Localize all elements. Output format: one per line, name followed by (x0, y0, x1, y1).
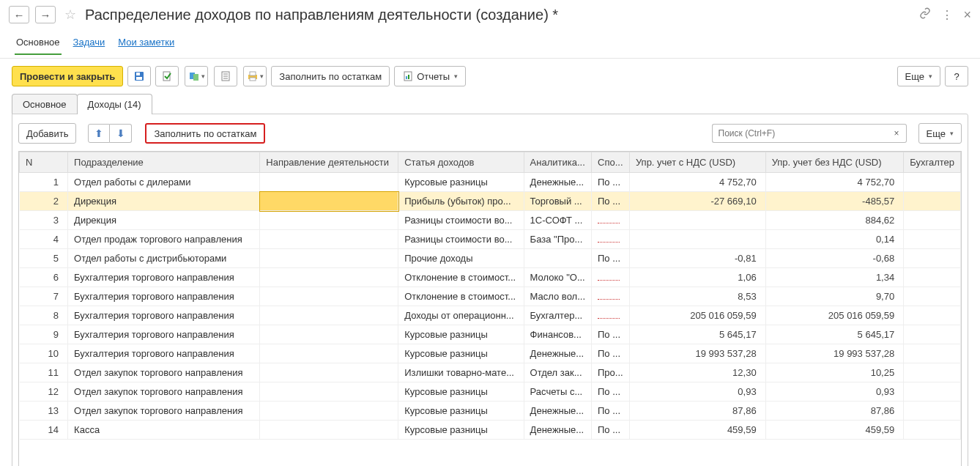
cell-stat[interactable]: Курсовые разницы (398, 325, 524, 344)
star-icon[interactable]: ☆ (62, 7, 79, 23)
cell-dept[interactable]: Отдел работы с дилерами (68, 173, 260, 192)
cell-anal[interactable]: Денежные... (524, 344, 591, 363)
tab-notes[interactable]: Мои заметки (116, 34, 176, 55)
cell-last[interactable] (904, 402, 961, 421)
cell-n[interactable]: 13 (20, 402, 68, 421)
cell-anal[interactable]: Денежные... (524, 421, 591, 440)
cell-amt2[interactable]: -485,57 (765, 192, 904, 211)
more-button[interactable]: Еще ▾ (897, 66, 940, 86)
cell-spo[interactable]: По ... (592, 325, 630, 344)
cell-dept[interactable]: Отдел закупок торгового направления (68, 402, 260, 421)
link-icon[interactable] (919, 7, 931, 22)
cell-dir[interactable] (260, 268, 398, 287)
cell-dir[interactable] (260, 192, 398, 211)
table-row[interactable]: 7Бухгалтерия торгового направленияОтклон… (20, 287, 961, 306)
cell-stat[interactable]: Курсовые разницы (398, 173, 524, 192)
cell-last[interactable] (904, 287, 961, 306)
cell-last[interactable] (904, 421, 961, 440)
move-up-button[interactable]: ⬆ (88, 124, 110, 143)
cell-stat[interactable]: Отклонение в стоимост... (398, 287, 524, 306)
cell-amt1[interactable]: -27 669,10 (629, 192, 765, 211)
cell-dept[interactable]: Дирекция (68, 211, 260, 230)
cell-amt2[interactable]: 5 645,17 (765, 325, 904, 344)
cell-stat[interactable]: Курсовые разницы (398, 344, 524, 363)
cell-amt1[interactable]: 459,59 (629, 421, 765, 440)
cell-dept[interactable]: Касса (68, 421, 260, 440)
cell-amt1[interactable]: 5 645,17 (629, 325, 765, 344)
cell-last[interactable] (904, 230, 961, 249)
cell-n[interactable]: 6 (20, 268, 68, 287)
cell-dept[interactable]: Бухгалтерия торгового направления (68, 344, 260, 363)
col-dir[interactable]: Направление деятельности (260, 152, 398, 173)
cell-n[interactable]: 8 (20, 306, 68, 325)
cell-stat[interactable]: Курсовые разницы (398, 382, 524, 402)
cell-dir[interactable] (260, 306, 398, 325)
cell-n[interactable]: 14 (20, 421, 68, 440)
cell-amt2[interactable]: 87,86 (765, 402, 904, 421)
cell-spo[interactable]: По ... (592, 382, 630, 402)
link-select-button[interactable]: ▾ (185, 66, 208, 86)
cell-dept[interactable]: Бухгалтерия торгового направления (68, 325, 260, 344)
cell-anal[interactable]: 1С-СОФТ ... (524, 211, 591, 230)
cell-dir[interactable] (260, 421, 398, 440)
cell-n[interactable]: 12 (20, 382, 68, 402)
cell-amt2[interactable]: 0,93 (765, 382, 904, 402)
cell-dir[interactable] (260, 173, 398, 192)
cell-last[interactable] (904, 382, 961, 402)
table-row[interactable]: 6Бухгалтерия торгового направленияОтклон… (20, 268, 961, 287)
grid-fill-by-balance-button[interactable]: Заполнить по остаткам (145, 123, 265, 144)
table-row[interactable]: 11Отдел закупок торгового направленияИзл… (20, 363, 961, 382)
print-button[interactable]: ▾ (243, 66, 267, 86)
cell-n[interactable]: 10 (20, 344, 68, 363)
cell-dept[interactable]: Отдел продаж торгового направления (68, 230, 260, 249)
cell-amt2[interactable]: -0,68 (765, 249, 904, 268)
list-button[interactable] (214, 66, 237, 86)
reports-button[interactable]: Отчеты ▾ (394, 66, 466, 86)
fill-by-balance-button[interactable]: Заполнить по остаткам (271, 66, 390, 86)
col-last[interactable]: Бухгалтер (904, 152, 961, 173)
cell-amt2[interactable]: 10,25 (765, 363, 904, 382)
grid-more-button[interactable]: Еще ▾ (918, 123, 962, 144)
cell-last[interactable] (904, 325, 961, 344)
income-grid[interactable]: N Подразделение Направление деятельности… (19, 152, 961, 440)
cell-stat[interactable]: Разницы стоимости во... (398, 211, 524, 230)
cell-amt2[interactable]: 0,14 (765, 230, 904, 249)
cell-n[interactable]: 3 (20, 211, 68, 230)
cell-spo[interactable]: По ... (592, 344, 630, 363)
cell-amt1[interactable]: -0,81 (629, 249, 765, 268)
cell-spo[interactable]: По ... (592, 249, 630, 268)
cell-amt1[interactable]: 4 752,70 (629, 173, 765, 192)
cell-anal[interactable]: База "Про... (524, 230, 591, 249)
col-stat[interactable]: Статья доходов (398, 152, 524, 173)
cell-amt1[interactable]: 1,06 (629, 268, 765, 287)
nav-forward-button[interactable]: → (35, 6, 56, 23)
cell-last[interactable] (904, 306, 961, 325)
cell-amt2[interactable]: 19 993 537,28 (765, 344, 904, 363)
cell-anal[interactable]: Расчеты с... (524, 382, 591, 402)
close-icon[interactable]: × (963, 7, 971, 23)
cell-n[interactable]: 1 (20, 173, 68, 192)
cell-amt2[interactable]: 4 752,70 (765, 173, 904, 192)
table-row[interactable]: 13Отдел закупок торгового направленияКур… (20, 402, 961, 421)
cell-dept[interactable]: Отдел закупок торгового направления (68, 363, 260, 382)
cell-amt2[interactable]: 459,59 (765, 421, 904, 440)
search-input[interactable] (712, 124, 888, 143)
table-row[interactable]: 10Бухгалтерия торгового направленияКурсо… (20, 344, 961, 363)
cell-dept[interactable]: Бухгалтерия торгового направления (68, 287, 260, 306)
cell-anal[interactable]: Отдел зак... (524, 363, 591, 382)
cell-anal[interactable]: Молоко "О... (524, 268, 591, 287)
cell-amt1[interactable]: 205 016 059,59 (629, 306, 765, 325)
nav-back-button[interactable]: ← (9, 6, 29, 23)
cell-spo[interactable]: По ... (592, 192, 630, 211)
cell-last[interactable] (904, 249, 961, 268)
table-row[interactable]: 9Бухгалтерия торгового направленияКурсов… (20, 325, 961, 344)
cell-spo[interactable] (592, 230, 630, 249)
cell-n[interactable]: 9 (20, 325, 68, 344)
cell-n[interactable]: 11 (20, 363, 68, 382)
cell-spo[interactable]: По ... (592, 421, 630, 440)
cell-n[interactable]: 7 (20, 287, 68, 306)
cell-last[interactable] (904, 268, 961, 287)
cell-dept[interactable]: Дирекция (68, 192, 260, 211)
post-button[interactable] (155, 66, 179, 86)
cell-amt1[interactable]: 12,30 (629, 363, 765, 382)
